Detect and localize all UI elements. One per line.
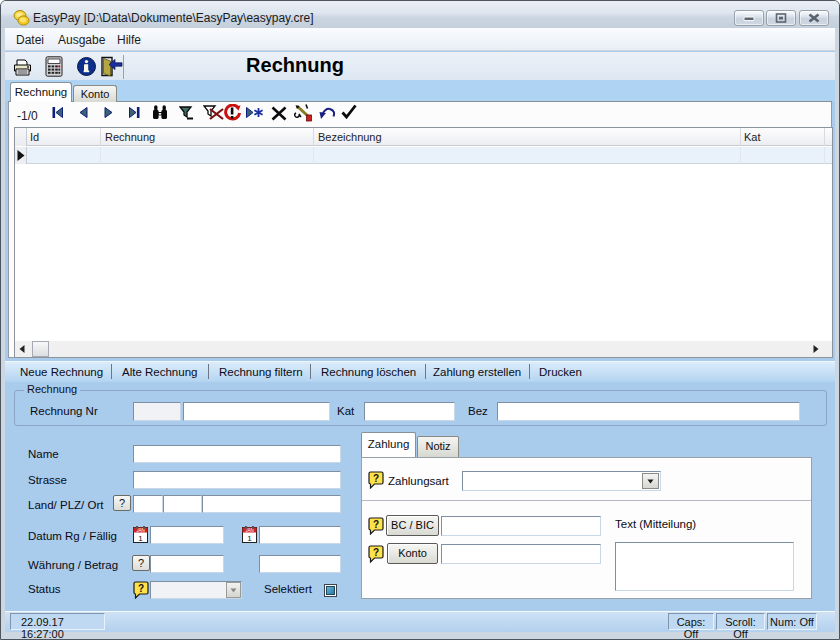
svg-text:?: ? [373, 519, 379, 530]
svg-text:1: 1 [247, 534, 252, 543]
svg-text:?: ? [373, 473, 379, 484]
svg-text:?: ? [373, 547, 379, 558]
svg-text:?: ? [138, 583, 144, 594]
svg-text:1: 1 [138, 534, 143, 543]
